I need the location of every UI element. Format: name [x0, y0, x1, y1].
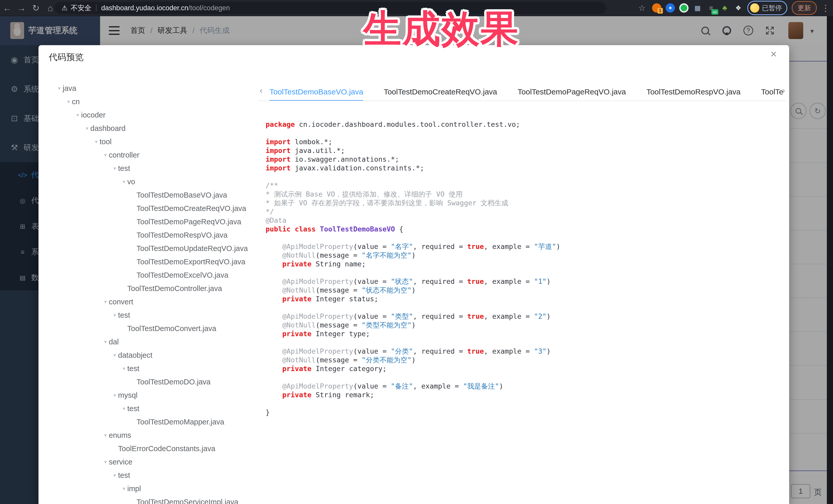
caret-down-icon[interactable]: ▾	[100, 392, 118, 398]
tree-node[interactable]: ▾service	[45, 455, 260, 469]
caret-down-icon[interactable]: ▾	[109, 365, 127, 371]
code-line: private Integer type;	[266, 330, 779, 338]
tree-node[interactable]: ToolTestDemoPageReqVO.java	[45, 215, 260, 229]
code-line: private Integer status;	[266, 295, 779, 303]
code-line	[266, 172, 779, 181]
tree-node[interactable]: ▾vo	[45, 175, 260, 188]
tree-node[interactable]: ▾dashboard	[45, 122, 260, 135]
tree-node-label: dal	[109, 338, 119, 346]
caret-down-icon[interactable]: ▾	[91, 152, 109, 158]
extension-green-icon[interactable]	[679, 3, 689, 13]
caret-down-icon[interactable]: ▾	[100, 165, 118, 171]
forward-icon[interactable]: →	[15, 0, 29, 16]
tree-node[interactable]: ToolTestDemoExcelVO.java	[45, 268, 260, 282]
caret-down-icon[interactable]: ▾	[91, 339, 109, 345]
caret-down-icon[interactable]: ▾	[91, 459, 109, 465]
tree-node-label: ToolTestDemoController.java	[127, 284, 222, 293]
tree-node-label: ToolTestDemoServiceImpl.java	[137, 498, 238, 504]
code-tab[interactable]: ToolTe	[761, 83, 783, 101]
caret-down-icon[interactable]: ▾	[54, 99, 72, 105]
code-line: import javax.validation.constraints.*;	[266, 164, 779, 172]
tree-node[interactable]: ▾cn	[45, 95, 260, 108]
caret-down-icon[interactable]: ▾	[45, 85, 63, 91]
caret-down-icon[interactable]: ▾	[100, 352, 118, 358]
code-line	[266, 234, 779, 242]
code-line: }	[266, 408, 779, 417]
tree-node[interactable]: ▾controller	[45, 148, 260, 162]
caret-down-icon[interactable]: ▾	[109, 405, 127, 412]
tree-node[interactable]: ▾test	[45, 402, 260, 415]
file-tabs: ToolTestDemoBaseVO.javaToolTestDemoCreat…	[269, 83, 791, 101]
scrollbar-track[interactable]	[827, 16, 833, 504]
security-label: 不安全	[71, 3, 91, 13]
caret-down-icon[interactable]: ▾	[91, 299, 109, 305]
tree-node[interactable]: ToolTestDemoExportReqVO.java	[45, 255, 260, 268]
tree-node[interactable]: ToolTestDemoConvert.java	[45, 322, 260, 335]
refresh-icon[interactable]: ↻	[29, 0, 43, 16]
tree-node[interactable]: ▾convert	[45, 295, 260, 309]
code-tab[interactable]: ToolTestDemoBaseVO.java	[269, 83, 363, 101]
browser-menu-icon[interactable]: ⋮	[821, 3, 830, 13]
tabs-prev-icon[interactable]: ‹	[260, 85, 263, 95]
code-tab[interactable]: ToolTestDemoPageReqVO.java	[518, 83, 626, 101]
tree-node[interactable]: ▾test	[45, 309, 260, 322]
tree-node-label: tool	[100, 138, 112, 146]
caret-down-icon[interactable]: ▾	[63, 112, 81, 118]
paused-profile-chip[interactable]: 已暂停	[747, 1, 787, 15]
update-button[interactable]: 更新	[792, 1, 817, 15]
tree-node-label: convert	[109, 298, 133, 306]
tree-node[interactable]: ToolTestDemoCreateReqVO.java	[45, 202, 260, 215]
code-viewer: package cn.iocoder.dashboard.modules.too…	[266, 120, 779, 417]
tree-node-label: dataobject	[118, 351, 152, 360]
tree-node[interactable]: ToolTestDemoUpdateReqVO.java	[45, 242, 260, 255]
tabs-next-icon[interactable]: ›	[782, 85, 785, 95]
close-icon[interactable]: ×	[770, 49, 777, 59]
caret-down-icon[interactable]: ▾	[109, 178, 127, 185]
caret-down-icon[interactable]: ▾	[72, 125, 90, 131]
code-line: import io.swagger.annotations.*;	[266, 155, 779, 164]
extension-plant-icon[interactable]: ♣	[720, 3, 729, 13]
tree-node[interactable]: ToolTestDemoBaseVO.java	[45, 188, 260, 202]
tree-node[interactable]: ▾iocoder	[45, 108, 260, 122]
extension-pin-icon[interactable]	[666, 3, 675, 13]
extension-grid-icon[interactable]: ▦	[693, 3, 702, 13]
extensions-puzzle-icon[interactable]: ❖	[734, 3, 743, 13]
code-line: @ApiModelProperty(value = "备注", example …	[266, 382, 779, 390]
caret-down-icon[interactable]: ▾	[81, 139, 100, 145]
tree-node[interactable]: ToolErrorCodeConstants.java	[45, 442, 260, 455]
extension-icon[interactable]: 1	[652, 3, 661, 13]
tree-node[interactable]: ToolTestDemoServiceImpl.java	[45, 495, 260, 504]
tree-node[interactable]: ▾dataobject	[45, 349, 260, 362]
code-line: import java.util.*;	[266, 146, 779, 155]
tree-node[interactable]: ToolTestDemoRespVO.java	[45, 229, 260, 242]
tree-node[interactable]: ToolTestDemoController.java	[45, 282, 260, 295]
code-tab[interactable]: ToolTestDemoCreateReqVO.java	[384, 83, 497, 101]
extension-list-icon[interactable]: ≡on	[707, 3, 716, 13]
code-tab[interactable]: ToolTestDemoRespVO.java	[646, 83, 741, 101]
code-line: import lombok.*;	[266, 138, 779, 146]
url-path: /tool/codegen	[188, 4, 230, 12]
back-icon[interactable]: ←	[0, 0, 15, 16]
tree-node[interactable]: ▾dal	[45, 335, 260, 349]
extension-badge: 1	[658, 8, 663, 14]
code-line	[266, 129, 779, 138]
caret-down-icon[interactable]: ▾	[100, 472, 118, 478]
tree-node[interactable]: ▾tool	[45, 135, 260, 148]
tree-node-label: ToolTestDemoPageReqVO.java	[137, 218, 241, 226]
tree-node[interactable]: ▾test	[45, 162, 260, 175]
tree-node-label: service	[109, 458, 133, 466]
caret-down-icon[interactable]: ▾	[100, 312, 118, 318]
tree-node[interactable]: ▾mysql	[45, 388, 260, 402]
tree-node[interactable]: ▾test	[45, 362, 260, 375]
bookmark-star-icon[interactable]: ☆	[638, 3, 646, 13]
tree-node[interactable]: ▾impl	[45, 482, 260, 495]
tree-node-label: controller	[109, 151, 139, 159]
tree-node[interactable]: ▾enums	[45, 429, 260, 442]
tree-node-label: java	[63, 84, 76, 93]
tree-node[interactable]: ▾test	[45, 469, 260, 482]
tree-node[interactable]: ToolTestDemoMapper.java	[45, 415, 260, 429]
tree-node[interactable]: ▾java	[45, 81, 260, 95]
caret-down-icon[interactable]: ▾	[109, 485, 127, 492]
tree-node[interactable]: ToolTestDemoDO.java	[45, 375, 260, 388]
caret-down-icon[interactable]: ▾	[91, 432, 109, 438]
